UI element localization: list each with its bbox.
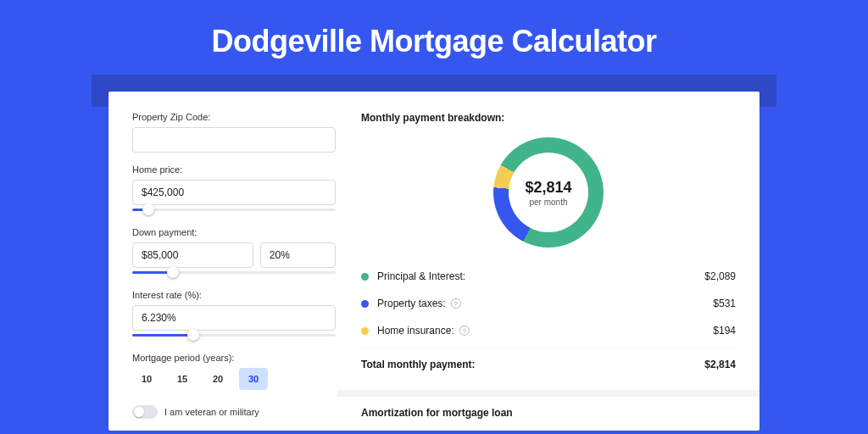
legend-dot-pi	[361, 273, 369, 281]
help-icon[interactable]: ?	[451, 298, 461, 309]
veteran-label: I am veteran or military	[164, 407, 259, 417]
home-price-input[interactable]	[132, 180, 336, 205]
donut-amount: $2,814	[525, 179, 571, 197]
breakdown-row-pi: Principal & Interest:$2,089	[361, 263, 736, 290]
slider-thumb[interactable]	[167, 266, 179, 278]
form-column: Property Zip Code: Home price: Down paym…	[132, 112, 336, 431]
down-payment-slider[interactable]	[132, 266, 336, 278]
veteran-toggle[interactable]	[132, 405, 158, 419]
donut-sub: per month	[529, 198, 567, 207]
interest-rate-input[interactable]	[132, 305, 336, 331]
home-price-label: Home price:	[132, 164, 336, 175]
mortgage-period-field: Mortgage period (years): 10152030	[132, 353, 336, 390]
interest-rate-field: Interest rate (%):	[132, 290, 336, 341]
slider-track	[132, 209, 336, 211]
breakdown-column: Monthly payment breakdown: $2,814 per mo…	[361, 112, 736, 431]
breakdown-row-ins: Home insurance:?$194	[361, 317, 736, 344]
page-title: Dodgeville Mortgage Calculator	[0, 0, 868, 75]
donut-chart: $2,814 per month	[493, 137, 604, 248]
down-payment-field: Down payment:	[132, 227, 336, 278]
veteran-row: I am veteran or military	[132, 405, 336, 419]
interest-rate-label: Interest rate (%):	[132, 290, 336, 300]
total-amount: $2,814	[704, 359, 736, 370]
breakdown-row-tax: Property taxes:?$531	[361, 290, 736, 317]
slider-thumb[interactable]	[187, 329, 199, 341]
zip-field: Property Zip Code:	[132, 112, 336, 153]
breakdown-lines: Principal & Interest:$2,089Property taxe…	[361, 263, 736, 344]
amortization-section: Amortization for mortgage loan Amortizat…	[337, 390, 760, 434]
slider-thumb[interactable]	[142, 203, 154, 215]
period-buttons: 10152030	[132, 368, 336, 390]
breakdown-label: Home insurance:	[377, 325, 454, 337]
period-button-30[interactable]: 30	[239, 368, 268, 390]
home-price-slider[interactable]	[132, 203, 336, 215]
breakdown-amount: $194	[713, 325, 736, 337]
zip-label: Property Zip Code:	[132, 112, 336, 122]
down-payment-label: Down payment:	[132, 227, 336, 237]
breakdown-amount: $2,089	[704, 270, 736, 282]
donut-center: $2,814 per month	[509, 153, 588, 232]
amortization-title: Amortization for mortgage loan	[361, 407, 736, 426]
legend-dot-tax	[361, 300, 369, 308]
donut-wrap: $2,814 per month	[361, 137, 736, 248]
breakdown-title: Monthly payment breakdown:	[361, 112, 736, 131]
breakdown-label: Principal & Interest:	[377, 270, 465, 282]
total-label: Total monthly payment:	[361, 359, 475, 370]
slider-fill	[132, 334, 193, 337]
period-button-15[interactable]: 15	[168, 368, 197, 390]
down-payment-input[interactable]	[132, 242, 253, 268]
home-price-field: Home price:	[132, 164, 336, 215]
toggle-knob	[134, 407, 144, 417]
interest-rate-slider[interactable]	[132, 329, 336, 341]
breakdown-amount: $531	[713, 298, 736, 309]
mortgage-period-label: Mortgage period (years):	[132, 353, 336, 363]
breakdown-label: Property taxes:	[377, 298, 446, 309]
legend-dot-ins	[361, 327, 369, 335]
down-payment-pct-input[interactable]	[260, 242, 336, 268]
total-row: Total monthly payment: $2,814	[361, 348, 736, 378]
period-button-20[interactable]: 20	[203, 368, 232, 390]
calculator-card: Property Zip Code: Home price: Down paym…	[108, 92, 760, 431]
period-button-10[interactable]: 10	[132, 368, 161, 390]
help-icon[interactable]: ?	[459, 326, 470, 336]
zip-input[interactable]	[132, 127, 336, 153]
